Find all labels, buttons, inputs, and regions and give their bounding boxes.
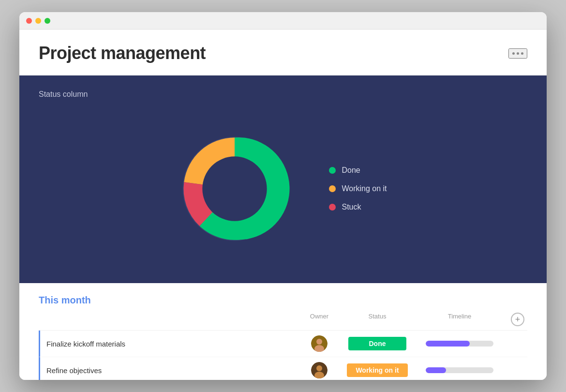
chart-section-label: Status column <box>39 90 527 99</box>
avatar-1 <box>311 335 328 352</box>
table-header: Owner Status Timeline + <box>39 313 527 331</box>
more-dot-3 <box>521 52 523 55</box>
chart-container: Done Working on it Stuck <box>39 108 527 269</box>
table-row: Refine objectives Working on it <box>39 357 527 380</box>
task-name-1: Finalize kickoff materials <box>40 340 295 348</box>
app-window: Project management Status column <box>19 12 547 380</box>
status-badge-2: Working on it <box>347 363 407 377</box>
legend-dot-done <box>329 167 336 174</box>
task-name-2: Refine objectives <box>40 366 295 375</box>
chart-section: Status column <box>19 75 547 283</box>
timeline-bar-2 <box>426 367 493 373</box>
section-title: This month <box>39 295 527 306</box>
svg-point-1 <box>203 156 267 221</box>
chart-inner: Done Working on it Stuck <box>179 133 387 244</box>
timeline-cell-2 <box>411 367 508 373</box>
legend-item-done: Done <box>329 166 387 175</box>
svg-point-6 <box>316 365 322 371</box>
more-dot-2 <box>517 52 519 55</box>
table-row: Finalize kickoff materials Done <box>39 331 527 357</box>
col-timeline: Timeline <box>411 313 508 326</box>
owner-avatar-2 <box>295 362 343 378</box>
minimize-button[interactable] <box>35 18 41 24</box>
col-owner: Owner <box>295 313 343 326</box>
col-status: Status <box>343 313 411 326</box>
owner-avatar-1 <box>295 335 343 352</box>
col-add: + <box>508 313 527 326</box>
header: Project management <box>19 30 547 75</box>
legend-label-working: Working on it <box>342 184 387 193</box>
pie-legend: Done Working on it Stuck <box>329 166 387 211</box>
more-options-button[interactable] <box>508 48 527 59</box>
legend-dot-stuck <box>329 204 336 211</box>
timeline-fill-1 <box>426 341 470 347</box>
svg-point-3 <box>316 339 322 345</box>
more-dot-1 <box>512 52 515 55</box>
table-section: This month Owner Status Timeline + Final… <box>19 283 547 380</box>
timeline-cell-1 <box>411 341 508 347</box>
timeline-bar-1 <box>426 341 493 347</box>
legend-item-stuck: Stuck <box>329 203 387 211</box>
close-button[interactable] <box>26 18 32 24</box>
page-title: Project management <box>39 43 206 63</box>
legend-dot-working <box>329 185 336 192</box>
legend-label-done: Done <box>342 166 360 175</box>
pie-chart <box>179 133 290 244</box>
avatar-2 <box>311 362 328 378</box>
maximize-button[interactable] <box>45 18 50 24</box>
legend-label-stuck: Stuck <box>342 203 361 211</box>
status-badge-1: Done <box>348 337 406 350</box>
timeline-fill-2 <box>426 367 446 373</box>
titlebar <box>19 12 547 30</box>
status-cell-1: Done <box>343 337 411 350</box>
col-task <box>39 313 295 326</box>
legend-item-working: Working on it <box>329 184 387 193</box>
status-cell-2: Working on it <box>343 363 411 377</box>
add-column-button[interactable]: + <box>511 313 524 326</box>
